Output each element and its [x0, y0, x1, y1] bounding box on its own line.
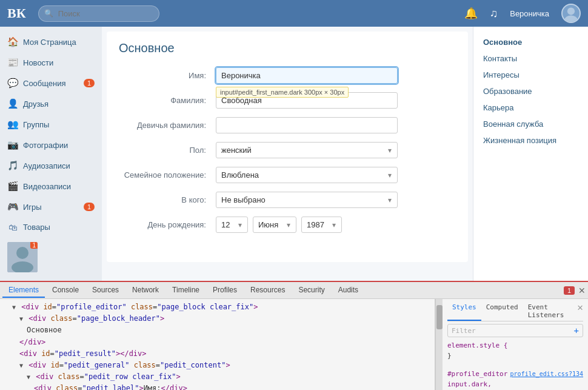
code-line: <div class="pedit_label">Имя:</div>: [5, 383, 430, 390]
bell-icon[interactable]: 🔔: [464, 7, 478, 20]
sidebar-item-photos[interactable]: 📷 Фотографии: [0, 135, 102, 155]
tooltip-box: input#pedit_first_name.dark 300px × 30px: [216, 87, 349, 98]
tab-event-listeners[interactable]: Event Listeners: [523, 301, 578, 321]
year-select[interactable]: 1987: [301, 217, 342, 233]
music-icon[interactable]: ♫: [490, 7, 498, 20]
css-file-link[interactable]: profile_edit.css?134: [510, 369, 583, 378]
day-select-wrap: 12 ▾: [216, 217, 248, 233]
filter-row: Filter +: [447, 324, 583, 337]
triangle-icon[interactable]: [19, 362, 23, 369]
svg-point-0: [567, 7, 575, 15]
right-nav-контакты[interactable]: Контакты: [483, 50, 578, 67]
audio-icon: 🎵: [7, 160, 18, 171]
triangle-icon[interactable]: [27, 374, 30, 380]
add-style-icon[interactable]: +: [574, 326, 579, 335]
section-title: Основное: [119, 41, 456, 55]
filter-label: Filter: [452, 327, 476, 335]
year-select-wrap: 1987 ▾: [301, 217, 342, 233]
triangle-icon[interactable]: [19, 315, 23, 322]
right-nav-образование[interactable]: Образование: [483, 83, 578, 99]
devtools-body: <div id="profile_editor" class="page_blo…: [0, 299, 588, 390]
birthday-label: День рождения:: [119, 217, 216, 229]
month-select[interactable]: Июня: [253, 217, 296, 233]
sidebar: 🏠 Моя Страница 📰 Новости 💬 Сообщения 1 👤…: [0, 27, 102, 281]
close-devtools-icon[interactable]: ✕: [578, 286, 586, 295]
photos-icon: 📷: [7, 140, 18, 150]
avatar[interactable]: [561, 4, 581, 23]
code-line: <div class="page_block_header">: [5, 313, 430, 324]
scrollbar-thumb[interactable]: [436, 305, 443, 329]
sidebar-item-my-page[interactable]: 🏠 Моя Страница: [0, 32, 102, 52]
birthday-field: 12 ▾ Июня ▾ 1987: [216, 217, 456, 233]
main-layout: 🏠 Моя Страница 📰 Новости 💬 Сообщения 1 👤…: [0, 27, 588, 281]
right-nav-жизненная-позиция[interactable]: Жизненная позиция: [483, 132, 578, 149]
username-label[interactable]: Вероничка: [510, 9, 549, 18]
devtools-tab-audits[interactable]: Audits: [332, 283, 364, 298]
devtools-tab-profiles[interactable]: Profiles: [207, 283, 243, 298]
triangle-icon[interactable]: [12, 304, 16, 311]
search-wrap: 🔍: [38, 5, 159, 22]
lastname-label: Фамилия:: [119, 92, 216, 105]
search-input[interactable]: [38, 5, 159, 22]
gender-select[interactable]: женский мужской: [216, 142, 398, 158]
devtools-tabs: ElementsConsoleSourcesNetworkTimelinePro…: [0, 282, 588, 299]
tab-styles[interactable]: Styles: [447, 301, 481, 321]
sidebar-label-video: Видеозаписи: [23, 182, 71, 191]
css-selector: element.style {: [447, 341, 507, 349]
close-styles-icon[interactable]: ✕: [577, 301, 583, 321]
tab-computed[interactable]: Computed: [481, 301, 523, 321]
marital-label: Семейное положение:: [119, 167, 216, 180]
name-field: input#pedit_first_name.dark 300px × 30px: [216, 67, 456, 84]
sidebar-label-messages: Сообщения: [23, 79, 66, 88]
sidebar-label-games: Игры: [23, 203, 42, 212]
day-select[interactable]: 12: [216, 217, 248, 233]
sidebar-item-friends[interactable]: 👤 Друзья: [0, 93, 102, 114]
devtools-tab-resources[interactable]: Resources: [244, 283, 291, 298]
center-content: Основное Имя: input#pedit_first_name.dar…: [102, 27, 473, 281]
right-sidebar: ОсновноеКонтактыИнтересыОбразованиеКарье…: [473, 27, 588, 281]
right-nav-основное[interactable]: Основное: [483, 34, 578, 50]
svg-point-3: [16, 247, 28, 259]
sidebar-item-groups[interactable]: 👥 Группы: [0, 114, 102, 135]
sidebar-item-news[interactable]: 📰 Новости: [0, 52, 102, 73]
sidebar-item-audio[interactable]: 🎵 Аудиозаписи: [0, 155, 102, 176]
form-row-name: Имя: input#pedit_first_name.dark 300px ×…: [119, 67, 456, 84]
topbar-icons: 🔔 ♫ Вероничка: [464, 4, 581, 23]
partner-select[interactable]: Не выбрано: [216, 192, 398, 208]
right-nav-карьера[interactable]: Карьера: [483, 99, 578, 116]
sidebar-item-goods[interactable]: 🛍 Товары: [0, 217, 102, 237]
marital-field: Влюблена ▾: [216, 167, 456, 183]
css-selector-2: #profile_editor input.dark,: [447, 370, 507, 388]
devtools-tab-console[interactable]: Console: [46, 283, 85, 298]
sidebar-item-video[interactable]: 🎬 Видеозаписи: [0, 176, 102, 197]
first-name-input[interactable]: [216, 67, 398, 84]
name-label: Имя:: [119, 67, 216, 80]
form-row-gender: Пол: женский мужской ▾: [119, 142, 456, 158]
sidebar-item-messages[interactable]: 💬 Сообщения 1: [0, 73, 102, 93]
devtools-tab-sources[interactable]: Sources: [86, 283, 125, 298]
code-line: <div id="pedit_general" class="pedit_con…: [5, 360, 430, 371]
sidebar-item-games[interactable]: 🎮 Игры 1: [0, 197, 102, 217]
devtools-tab-security[interactable]: Security: [292, 283, 330, 298]
devtools-tab-elements[interactable]: Elements: [2, 283, 45, 298]
devtools-scrollbar[interactable]: [435, 299, 443, 390]
vk-logo[interactable]: ВК: [7, 5, 26, 21]
devtools-tab-network[interactable]: Network: [126, 283, 165, 298]
devtools-tab-timeline[interactable]: Timeline: [166, 283, 205, 298]
profile-section: Основное Имя: input#pedit_first_name.dar…: [107, 32, 468, 262]
maiden-name-input[interactable]: [216, 117, 398, 133]
sidebar-label-groups: Группы: [23, 120, 49, 129]
gender-select-wrap: женский мужской ▾: [216, 142, 398, 158]
right-nav-военная-служба[interactable]: Военная служба: [483, 116, 578, 132]
code-line: Основное: [5, 324, 430, 336]
code-line: <div id="profile_editor" class="page_blo…: [5, 301, 430, 313]
maiden-label: Девичья фамилия:: [119, 117, 216, 130]
sidebar-label-friends: Друзья: [23, 99, 48, 109]
marital-select[interactable]: Влюблена: [216, 167, 398, 183]
error-badge: 1: [564, 286, 575, 295]
news-icon: 📰: [7, 57, 18, 68]
devtools: ElementsConsoleSourcesNetworkTimelinePro…: [0, 281, 588, 390]
sidebar-photo[interactable]: 1: [7, 242, 38, 272]
partner-field: Не выбрано ▾: [216, 192, 456, 208]
right-nav-интересы[interactable]: Интересы: [483, 67, 578, 83]
